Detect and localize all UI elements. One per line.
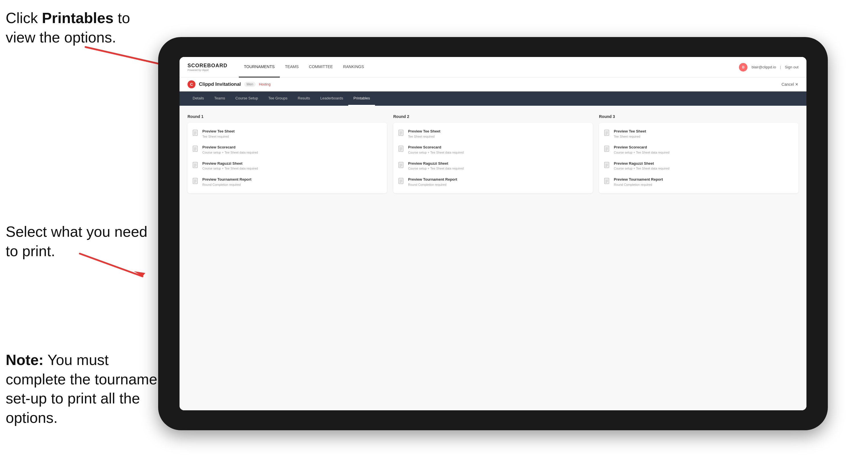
tablet-frame: SCOREBOARD Powered by clippd TOURNAMENTS… (158, 37, 828, 430)
round-title-3: Round 3 (599, 114, 799, 119)
content-area: Round 1 Preview Tee Sheet Tee Sheet requ… (180, 106, 806, 410)
round-section-1: Round 1 Preview Tee Sheet Tee Sheet requ… (187, 114, 387, 193)
print-text-1-2: Preview Scorecard Course setup + Tee She… (202, 145, 258, 155)
logo-area: SCOREBOARD Powered by clippd (187, 63, 227, 71)
svg-rect-7 (399, 146, 403, 152)
print-label: Preview Tournament Report (408, 177, 457, 182)
print-item-2-4[interactable]: Preview Tournament Report Round Completi… (398, 176, 588, 188)
clippd-logo: C (187, 80, 195, 88)
nav-committee[interactable]: COMMITTEE (304, 57, 338, 77)
print-sub: Course setup + Tee Sheet data required (408, 166, 464, 171)
print-text-2-3: Preview Raguzzi Sheet Course setup + Tee… (408, 161, 464, 171)
print-sub: Round Completion required (202, 183, 251, 187)
tab-course-setup[interactable]: Course Setup (230, 91, 263, 106)
print-item-3-2[interactable]: Preview Scorecard Course setup + Tee She… (604, 144, 793, 156)
print-item-1-1[interactable]: Preview Tee Sheet Tee Sheet required (193, 128, 382, 140)
svg-rect-4 (193, 162, 197, 168)
print-text-3-4: Preview Tournament Report Round Completi… (614, 177, 663, 187)
svg-rect-2 (193, 130, 197, 136)
sign-out-link[interactable]: Sign out (785, 65, 799, 69)
tab-teams[interactable]: Teams (209, 91, 230, 106)
document-icon (398, 146, 405, 153)
svg-rect-12 (604, 162, 609, 168)
round-card-3: Preview Tee Sheet Tee Sheet required Pre… (599, 123, 799, 193)
user-email: blair@clippd.io (751, 65, 776, 69)
round-card-1: Preview Tee Sheet Tee Sheet required Pre… (187, 123, 387, 193)
tablet-screen: SCOREBOARD Powered by clippd TOURNAMENTS… (180, 57, 806, 410)
document-icon (193, 178, 199, 185)
nav-rankings[interactable]: RANKINGS (338, 57, 369, 77)
nav-right: B blair@clippd.io | Sign out (739, 63, 799, 71)
print-sub: Tee Sheet required (614, 134, 646, 139)
cancel-button[interactable]: Cancel ✕ (782, 82, 799, 87)
print-text-3-1: Preview Tee Sheet Tee Sheet required (614, 129, 646, 139)
gender-badge: Men (244, 82, 255, 87)
nav-teams[interactable]: TEAMS (280, 57, 304, 77)
print-text-3-3: Preview Raguzzi Sheet Course setup + Tee… (614, 161, 670, 171)
print-sub: Course setup + Tee Sheet data required (202, 150, 258, 155)
svg-rect-13 (604, 178, 609, 184)
annotation-top: Click Printables to view the options. (6, 8, 154, 47)
print-item-2-2[interactable]: Preview Scorecard Course setup + Tee She… (398, 144, 588, 156)
tab-printables[interactable]: Printables (348, 91, 375, 106)
print-sub: Course setup + Tee Sheet data required (614, 166, 670, 171)
print-item-2-3[interactable]: Preview Raguzzi Sheet Course setup + Tee… (398, 160, 588, 172)
tab-tee-groups[interactable]: Tee Groups (263, 91, 293, 106)
print-item-2-1[interactable]: Preview Tee Sheet Tee Sheet required (398, 128, 588, 140)
print-label: Preview Raguzzi Sheet (614, 161, 670, 166)
document-icon (604, 130, 610, 137)
print-item-3-1[interactable]: Preview Tee Sheet Tee Sheet required (604, 128, 793, 140)
svg-rect-11 (604, 146, 609, 152)
top-nav: SCOREBOARD Powered by clippd TOURNAMENTS… (180, 57, 806, 77)
document-icon (398, 130, 405, 137)
print-text-1-3: Preview Raguzzi Sheet Course setup + Tee… (202, 161, 258, 171)
tournament-name: Clippd Invitational (199, 82, 241, 87)
svg-rect-8 (399, 162, 403, 168)
round-title-2: Round 2 (393, 114, 593, 119)
document-icon (604, 162, 610, 169)
annotation-bottom: Note: You must complete the tournament s… (6, 350, 171, 427)
tab-details[interactable]: Details (187, 91, 209, 106)
tab-leaderboards[interactable]: Leaderboards (315, 91, 348, 106)
document-icon (398, 162, 405, 169)
logo-title: SCOREBOARD (187, 63, 227, 69)
print-item-1-2[interactable]: Preview Scorecard Course setup + Tee She… (193, 144, 382, 156)
print-text-2-1: Preview Tee Sheet Tee Sheet required (408, 129, 440, 139)
document-icon (193, 162, 199, 169)
print-text-1-4: Preview Tournament Report Round Completi… (202, 177, 251, 187)
print-label: Preview Tournament Report (614, 177, 663, 182)
logo-sub: Powered by clippd (187, 69, 227, 71)
print-label: Preview Tee Sheet (202, 129, 235, 134)
print-sub: Round Completion required (614, 183, 663, 187)
svg-rect-5 (193, 178, 197, 184)
print-text-2-2: Preview Scorecard Course setup + Tee She… (408, 145, 464, 155)
print-item-3-3[interactable]: Preview Raguzzi Sheet Course setup + Tee… (604, 160, 793, 172)
round-card-2: Preview Tee Sheet Tee Sheet required Pre… (393, 123, 593, 193)
print-label: Preview Tee Sheet (408, 129, 440, 134)
svg-rect-10 (604, 130, 609, 136)
svg-rect-9 (399, 178, 403, 184)
print-sub: Tee Sheet required (408, 134, 440, 139)
rounds-grid: Round 1 Preview Tee Sheet Tee Sheet requ… (187, 114, 799, 193)
user-avatar: B (739, 63, 747, 71)
print-text-2-4: Preview Tournament Report Round Completi… (408, 177, 457, 187)
nav-tournaments[interactable]: TOURNAMENTS (239, 57, 280, 77)
hosting-badge: Hosting (259, 82, 271, 86)
tab-results[interactable]: Results (293, 91, 315, 106)
print-label: Preview Scorecard (408, 145, 464, 150)
document-icon (398, 178, 405, 185)
document-icon (193, 130, 199, 137)
print-text-1-1: Preview Tee Sheet Tee Sheet required (202, 129, 235, 139)
print-item-1-4[interactable]: Preview Tournament Report Round Completi… (193, 176, 382, 188)
print-label: Preview Scorecard (614, 145, 670, 150)
nav-links: TOURNAMENTS TEAMS COMMITTEE RANKINGS (239, 57, 739, 77)
print-text-3-2: Preview Scorecard Course setup + Tee She… (614, 145, 670, 155)
print-item-3-4[interactable]: Preview Tournament Report Round Completi… (604, 176, 793, 188)
document-icon (604, 146, 610, 153)
print-sub: Course setup + Tee Sheet data required (408, 150, 464, 155)
print-sub: Course setup + Tee Sheet data required (202, 166, 258, 171)
print-item-1-3[interactable]: Preview Raguzzi Sheet Course setup + Tee… (193, 160, 382, 172)
arrow-raguzzi (77, 248, 157, 288)
print-sub: Tee Sheet required (202, 134, 235, 139)
print-sub: Round Completion required (408, 183, 457, 187)
